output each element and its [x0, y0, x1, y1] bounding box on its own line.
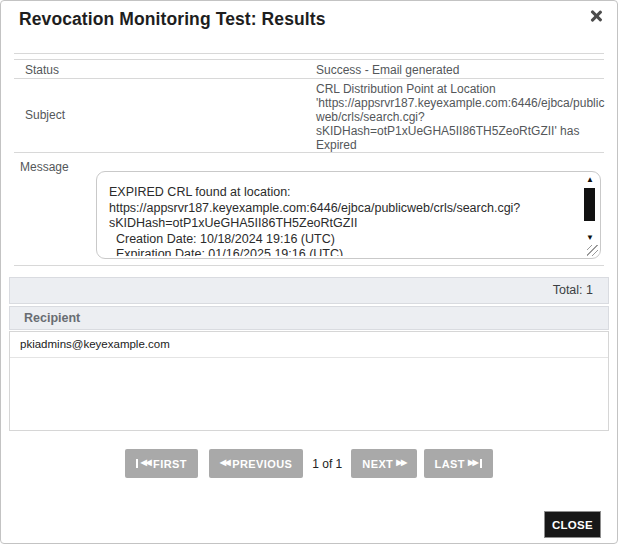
previous-icon: ◀◀	[220, 459, 229, 467]
skip-first-icon: ◀◀	[141, 459, 150, 467]
first-button-label: FIRST	[153, 458, 187, 470]
first-page-button[interactable]: ◀◀FIRST	[125, 449, 198, 478]
recipient-column-header: Recipient	[9, 306, 609, 330]
row-divider	[14, 78, 604, 79]
scroll-up-icon[interactable]: ▲	[583, 175, 597, 185]
row-divider	[14, 152, 604, 153]
dialog-title: Revocation Monitoring Test: Results	[19, 9, 326, 30]
subject-value: CRL Distribution Point at Location 'http…	[316, 83, 605, 153]
skip-last-icon: ▶▶	[468, 459, 477, 467]
header-divider	[14, 53, 604, 54]
last-button-label: LAST	[435, 458, 465, 470]
table-top-border	[14, 59, 604, 60]
subject-label: Subject	[25, 108, 65, 122]
page-status: 1 of 1	[312, 457, 342, 471]
last-page-button[interactable]: LAST▶▶	[424, 449, 494, 478]
row-divider	[14, 265, 604, 266]
message-label: Message	[20, 160, 69, 174]
total-bar: Total: 1	[9, 277, 609, 304]
next-icon: ▶▶	[396, 459, 405, 467]
scrollbar-thumb[interactable]	[584, 188, 595, 221]
recipient-list: pkiadmins@keyexample.com	[9, 331, 609, 431]
previous-button-label: PREVIOUS	[232, 458, 292, 470]
total-count: Total: 1	[553, 283, 593, 297]
recipient-header-label: Recipient	[24, 311, 80, 325]
pagination-bar: ◀◀FIRST ◀◀PREVIOUS 1 of 1 NEXT▶▶ LAST▶▶	[1, 449, 617, 478]
status-label: Status	[25, 63, 59, 77]
close-button[interactable]: CLOSE	[544, 511, 601, 538]
skip-last-bar-icon	[480, 459, 482, 468]
revocation-results-dialog: Revocation Monitoring Test: Results Stat…	[0, 0, 618, 544]
table-row[interactable]: pkiadmins@keyexample.com	[10, 332, 608, 358]
message-textarea-frame: EXPIRED CRL found at location: https://a…	[96, 171, 601, 259]
close-icon[interactable]	[588, 8, 604, 24]
previous-page-button[interactable]: ◀◀PREVIOUS	[209, 449, 303, 478]
message-scrollbar[interactable]: ▲ ▼	[583, 175, 597, 243]
recipient-email: pkiadmins@keyexample.com	[20, 338, 170, 350]
message-textarea[interactable]: EXPIRED CRL found at location: https://a…	[97, 172, 565, 256]
scroll-down-icon[interactable]: ▼	[583, 233, 597, 243]
skip-first-bar-icon	[136, 459, 138, 468]
status-value: Success - Email generated	[316, 63, 459, 77]
next-page-button[interactable]: NEXT▶▶	[351, 449, 416, 478]
next-button-label: NEXT	[362, 458, 393, 470]
resize-grip-icon[interactable]	[587, 245, 598, 256]
